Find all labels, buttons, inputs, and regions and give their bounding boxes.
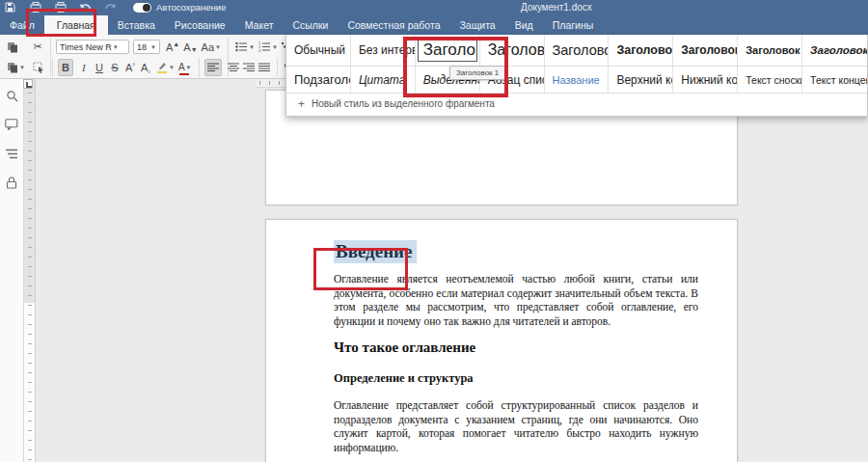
style-subtitle[interactable]: Подзаголовок bbox=[286, 67, 351, 93]
style-no-spacing[interactable]: Без интервала bbox=[351, 35, 416, 66]
superscript-button[interactable]: A² bbox=[122, 59, 138, 76]
tab-stop-selector[interactable] bbox=[23, 79, 33, 89]
svg-text:3: 3 bbox=[258, 48, 261, 52]
toolbar-separator bbox=[50, 38, 51, 76]
font-color-button[interactable]: A▼ bbox=[176, 59, 194, 76]
document-heading-1[interactable]: Введение bbox=[334, 241, 698, 262]
tab-insert[interactable]: Вставка bbox=[108, 15, 165, 35]
tab-plugins[interactable]: Плагины bbox=[543, 15, 604, 35]
new-style-button[interactable]: + Новый стиль из выделенного фрагмента bbox=[286, 94, 867, 114]
paste-button[interactable]: ▼ bbox=[5, 59, 27, 76]
navigation-headings-icon[interactable] bbox=[5, 147, 18, 160]
style-heading-2[interactable]: Заголовок 2 bbox=[480, 35, 545, 66]
font-size-select[interactable]: 18 ▼ bbox=[133, 40, 160, 54]
tab-draw[interactable]: Рисование bbox=[165, 15, 235, 35]
tab-home[interactable]: Главная bbox=[44, 15, 108, 35]
selected-text-highlight[interactable]: Введение bbox=[334, 240, 417, 263]
undo-icon[interactable] bbox=[79, 2, 92, 13]
selected-style-box: Заголовок 1 bbox=[418, 40, 477, 62]
plus-icon: + bbox=[298, 97, 305, 111]
search-icon[interactable] bbox=[5, 89, 18, 102]
align-center-button[interactable] bbox=[226, 59, 241, 76]
vertical-ruler[interactable] bbox=[24, 79, 36, 462]
title-bar: Автосохранение Документ1.docx bbox=[0, 0, 868, 14]
style-quote[interactable]: Цитата bbox=[351, 67, 416, 93]
align-left-button[interactable] bbox=[204, 59, 222, 76]
comments-icon[interactable] bbox=[5, 118, 18, 131]
font-name-value: Times New R bbox=[60, 42, 112, 52]
horizontal-ruler[interactable] bbox=[256, 79, 285, 88]
document-paragraph[interactable]: Оглавление представляет собой структурир… bbox=[334, 398, 698, 454]
style-footer[interactable]: Нижний колонтитул bbox=[673, 67, 738, 93]
select-tool-button[interactable] bbox=[31, 59, 47, 76]
subscript-button[interactable]: A₂ bbox=[138, 59, 153, 76]
style-normal[interactable]: Обычный bbox=[286, 35, 351, 66]
style-footnote-text[interactable]: Текст сноски bbox=[738, 67, 802, 93]
style-endnote-text[interactable]: Текст концевой сноски bbox=[802, 67, 867, 93]
menu-bar: Файл Главная Вставка Рисование Макет Ссы… bbox=[0, 14, 868, 35]
style-heading-6[interactable]: Заголовок 6 bbox=[738, 35, 802, 66]
strikeout-button[interactable]: S bbox=[107, 59, 122, 76]
left-sidebar bbox=[0, 79, 24, 462]
decrease-font-button[interactable]: A▼ bbox=[181, 39, 199, 56]
styles-gallery-panel: Обычный Без интервала Заголовок 1 Заголо… bbox=[285, 35, 868, 117]
align-right-button[interactable] bbox=[241, 59, 257, 76]
style-heading-5[interactable]: Заголовок 5 bbox=[673, 35, 738, 66]
tab-protection[interactable]: Защита bbox=[449, 15, 504, 35]
style-heading-7[interactable]: Заголовок 7 bbox=[802, 35, 867, 66]
document-canvas[interactable]: Введение Оглавление является неотъемлемо… bbox=[36, 79, 868, 462]
page-2[interactable]: Введение Оглавление является неотъемлемо… bbox=[265, 219, 738, 462]
underline-button[interactable]: U bbox=[92, 59, 107, 76]
print-icon[interactable] bbox=[29, 2, 41, 13]
style-heading-1[interactable]: Заголовок 1 bbox=[416, 35, 480, 66]
autosave-toggle[interactable] bbox=[133, 3, 151, 13]
style-title[interactable]: Название bbox=[545, 67, 610, 93]
quick-print-icon[interactable] bbox=[54, 2, 67, 13]
change-case-button[interactable]: Aa▼ bbox=[200, 39, 223, 56]
styles-row-1: Обычный Без интервала Заголовок 1 Заголо… bbox=[286, 35, 867, 67]
style-tooltip: Заголовок 1 bbox=[449, 66, 505, 80]
document-heading-3[interactable]: Определение и структура bbox=[334, 371, 698, 386]
chevron-down-icon: ▼ bbox=[113, 44, 119, 50]
copy-button[interactable] bbox=[5, 39, 20, 56]
styles-row-2: Подзаголовок Цитата Выделенная цитата Аб… bbox=[286, 67, 867, 94]
bold-button[interactable]: B bbox=[58, 59, 73, 76]
align-justify-button[interactable] bbox=[257, 59, 272, 76]
font-name-select[interactable]: Times New R ▼ bbox=[56, 40, 129, 54]
highlight-color-button[interactable]: ▼ bbox=[153, 59, 176, 76]
save-icon[interactable] bbox=[4, 2, 16, 13]
cut-button[interactable]: ✂ bbox=[30, 39, 45, 56]
document-title: Документ1.docx bbox=[521, 2, 592, 13]
tab-references[interactable]: Ссылки bbox=[283, 15, 338, 35]
tab-view[interactable]: Вид bbox=[505, 15, 543, 35]
document-heading-2[interactable]: Что такое оглавление bbox=[334, 340, 698, 356]
redo-icon[interactable] bbox=[104, 2, 117, 13]
style-heading-4[interactable]: Заголовок 4 bbox=[609, 35, 673, 66]
lock-protection-icon[interactable] bbox=[5, 176, 18, 189]
style-heading-3[interactable]: Заголовок 3 bbox=[545, 35, 610, 66]
italic-button[interactable]: I bbox=[76, 59, 92, 76]
tab-layout[interactable]: Макет bbox=[235, 15, 284, 35]
increase-font-button[interactable]: A▲ bbox=[164, 39, 181, 56]
tab-collaboration[interactable]: Совместная работа bbox=[338, 15, 449, 35]
toolbar-separator bbox=[52, 58, 53, 77]
bullet-list-button[interactable]: ▼ bbox=[233, 39, 257, 56]
toolbar-separator bbox=[199, 58, 200, 77]
document-paragraph[interactable]: Оглавление является неотъемлемой частью … bbox=[334, 272, 698, 328]
tab-file[interactable]: Файл bbox=[0, 15, 44, 35]
chevron-down-icon: ▼ bbox=[150, 44, 156, 50]
numbered-list-button[interactable]: 123▼ bbox=[257, 39, 280, 56]
style-header[interactable]: Верхний колонтитул bbox=[609, 67, 673, 93]
font-size-value: 18 bbox=[137, 42, 147, 52]
toolbar-separator bbox=[277, 58, 278, 77]
toggle-knob bbox=[143, 4, 150, 12]
new-style-label: Новый стиль из выделенного фрагмента bbox=[312, 98, 495, 109]
autosave-label: Автосохранение bbox=[156, 2, 226, 13]
